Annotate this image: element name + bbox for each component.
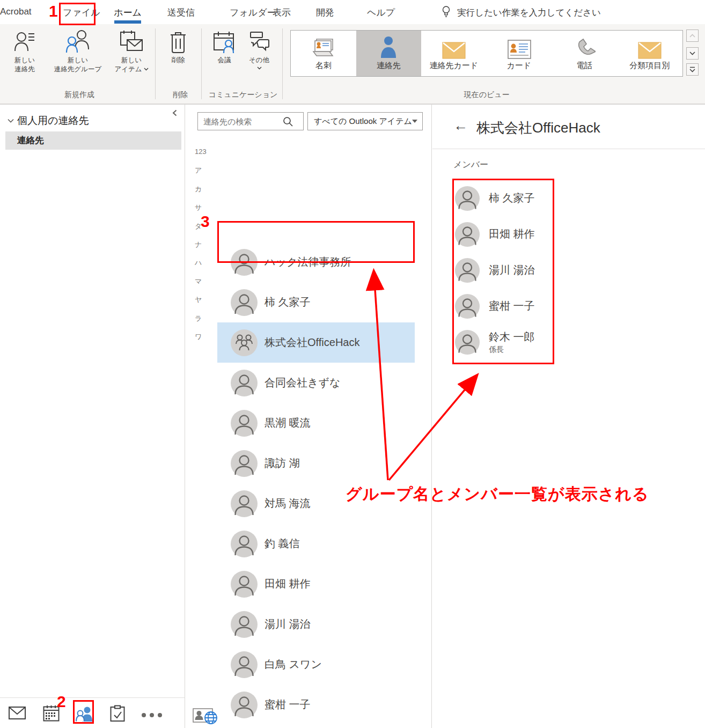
sidebar-section-my-contacts[interactable]: 個人用の連絡先 bbox=[8, 114, 89, 128]
member-avatar bbox=[455, 186, 480, 211]
member-name: 鈴木 一郎 bbox=[489, 330, 535, 344]
alphabet-index-item[interactable]: マ bbox=[195, 277, 211, 295]
contact-row[interactable]: 株式会社OfficeHack bbox=[217, 322, 415, 363]
sidebar-section-label: 個人用の連絡先 bbox=[17, 114, 89, 128]
back-arrow-icon[interactable]: ← bbox=[453, 119, 468, 133]
tell-me-box[interactable]: 実行したい作業を入力してください bbox=[457, 7, 601, 19]
search-icon bbox=[283, 116, 293, 127]
contact-person-icon bbox=[378, 35, 399, 59]
contact-row[interactable]: 対馬 海流 bbox=[217, 483, 415, 524]
search-input[interactable] bbox=[198, 117, 283, 126]
member-row[interactable]: 田畑 耕作 bbox=[455, 216, 594, 252]
ribbon-tab[interactable]: ファイル bbox=[63, 6, 100, 19]
view-tile[interactable]: 連絡先カード bbox=[421, 31, 487, 76]
delete-button[interactable]: 削除 bbox=[161, 28, 195, 91]
card-icon bbox=[508, 40, 531, 59]
new-contact-label-2: 連絡先 bbox=[14, 65, 35, 74]
ribbon-group-label-communication: コミュニケーション bbox=[204, 90, 282, 100]
contact-name: 田畑 耕作 bbox=[265, 577, 311, 591]
gallery-more-button[interactable] bbox=[686, 63, 699, 76]
ribbon-tab[interactable]: Acrobat bbox=[0, 6, 32, 17]
ribbon-tab[interactable]: 送受信 bbox=[167, 6, 195, 19]
alphabet-index-item[interactable]: ハ bbox=[195, 258, 211, 276]
new-contact-button[interactable]: 新しい 連絡先 bbox=[3, 28, 46, 91]
meeting-button[interactable]: 会議 bbox=[207, 28, 241, 91]
contact-row[interactable]: 釣 義信 bbox=[217, 524, 415, 564]
member-row[interactable]: 蜜柑 一子 bbox=[455, 288, 594, 324]
alphabet-index-item[interactable]: ア bbox=[195, 166, 211, 184]
alphabet-index-item[interactable]: 123 bbox=[195, 148, 211, 166]
alphabet-index-item[interactable]: サ bbox=[195, 203, 211, 221]
contact-row[interactable]: 諏訪 湖 bbox=[217, 443, 415, 483]
alphabet-index-item[interactable]: タ bbox=[195, 222, 211, 240]
member-row[interactable]: 湯川 湯治 bbox=[455, 252, 594, 288]
alphabet-index-item[interactable]: ナ bbox=[195, 240, 211, 258]
alphabet-index-item[interactable]: ワ bbox=[195, 332, 211, 350]
more-apps-icon[interactable] bbox=[141, 710, 164, 720]
contact-name: 諏訪 湖 bbox=[265, 456, 300, 470]
ribbon-tab[interactable]: ホーム bbox=[114, 6, 142, 19]
member-list: 柿 久家子 田畑 耕作 bbox=[455, 180, 594, 360]
contact-row[interactable]: 柿 久家子 bbox=[217, 282, 415, 322]
view-tile[interactable]: 電話 bbox=[552, 31, 617, 76]
contact-name: 柿 久家子 bbox=[265, 295, 311, 310]
envelope-icon bbox=[442, 42, 466, 59]
search-box[interactable] bbox=[197, 112, 304, 130]
new-item-label-1: 新しい bbox=[121, 56, 142, 65]
person-avatar-icon bbox=[231, 410, 258, 437]
view-tile[interactable]: 名刺 bbox=[291, 31, 356, 76]
contact-row[interactable]: 合同会社きずな bbox=[217, 363, 415, 403]
view-tile[interactable]: カード bbox=[487, 31, 552, 76]
contact-row[interactable]: ハック法律事務所 bbox=[217, 242, 415, 282]
person-avatar-icon bbox=[455, 222, 480, 247]
contact-row[interactable]: 鈴木 一郎 bbox=[217, 725, 415, 728]
person-avatar-icon bbox=[231, 651, 258, 678]
view-tile-label: 連絡先 bbox=[377, 61, 401, 71]
contact-list: ハック法律事務所 柿 久家子 bbox=[217, 242, 415, 728]
alphabet-index-item[interactable]: ヤ bbox=[195, 295, 211, 313]
collapse-pane-icon[interactable] bbox=[172, 109, 177, 119]
contact-row[interactable]: 田畑 耕作 bbox=[217, 564, 415, 604]
ribbon-tab[interactable]: 表示 bbox=[273, 6, 291, 19]
ribbon-tab[interactable]: フォルダー bbox=[230, 6, 276, 19]
folder-pane: 個人用の連絡先 連絡先 bbox=[0, 105, 185, 697]
contact-avatar bbox=[231, 490, 258, 517]
view-tile[interactable]: 分類項目別 bbox=[617, 31, 682, 76]
header-divider bbox=[432, 149, 705, 149]
more-communication-button[interactable]: その他 bbox=[243, 28, 276, 91]
person-avatar-icon bbox=[231, 289, 258, 316]
tasks-nav-icon[interactable] bbox=[110, 705, 125, 724]
new-item-button[interactable]: 新しい アイテム bbox=[109, 28, 153, 91]
member-avatar bbox=[455, 330, 480, 355]
member-row[interactable]: 鈴木 一郎 係長 bbox=[455, 324, 594, 360]
contact-avatar bbox=[231, 370, 258, 396]
current-view-gallery: 名刺 bbox=[290, 30, 683, 77]
calendar-nav-icon[interactable] bbox=[43, 705, 60, 724]
contact-card-globe-icon[interactable] bbox=[192, 705, 218, 727]
mail-nav-icon[interactable] bbox=[9, 707, 26, 722]
alphabet-index-item[interactable]: カ bbox=[195, 185, 211, 203]
view-tile-label: 分類項目別 bbox=[629, 61, 670, 71]
contact-avatar bbox=[231, 531, 258, 557]
contact-row[interactable]: 蜜柑 一子 bbox=[217, 685, 415, 725]
search-scope-dropdown[interactable]: すべての Outlook アイテム bbox=[307, 112, 423, 130]
gallery-scroll-down-button[interactable] bbox=[686, 47, 699, 60]
gallery-scroll-up-button[interactable] bbox=[686, 30, 699, 42]
envelope-icon bbox=[638, 42, 662, 59]
ribbon-tab[interactable]: 開発 bbox=[316, 6, 334, 19]
view-tile[interactable]: 連絡先 bbox=[356, 31, 422, 76]
contact-name: 合同会社きずな bbox=[265, 376, 340, 390]
meeting-label: 会議 bbox=[218, 56, 231, 65]
contact-row[interactable]: 黒潮 暖流 bbox=[217, 403, 415, 443]
member-row[interactable]: 柿 久家子 bbox=[455, 180, 594, 216]
contact-row[interactable]: 白鳥 スワン bbox=[217, 644, 415, 685]
alphabet-index-item[interactable]: ラ bbox=[195, 314, 211, 332]
ribbon-tab[interactable]: ヘルプ bbox=[367, 6, 395, 19]
people-nav-icon[interactable] bbox=[76, 706, 92, 724]
contact-row[interactable]: 湯川 湯治 bbox=[217, 604, 415, 644]
sidebar-item-contacts[interactable]: 連絡先 bbox=[5, 131, 181, 150]
chevron-down-icon bbox=[144, 68, 149, 71]
new-contact-group-button[interactable]: 新しい 連絡先グループ bbox=[47, 28, 108, 91]
member-name: 蜜柑 一子 bbox=[489, 299, 535, 313]
chevron-down-icon bbox=[412, 120, 417, 123]
